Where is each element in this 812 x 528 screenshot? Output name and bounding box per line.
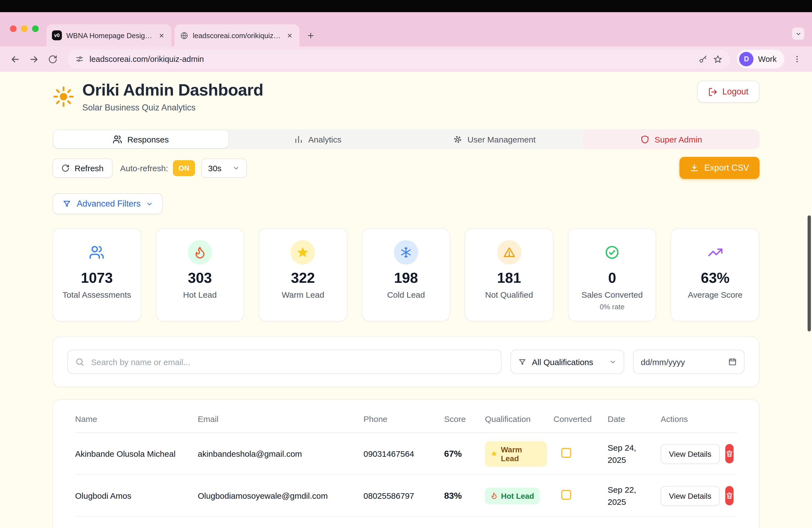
bookmark-star-icon[interactable] xyxy=(713,54,723,64)
delete-button[interactable] xyxy=(725,444,734,464)
export-csv-button[interactable]: Export CSV xyxy=(679,157,759,179)
globe-favicon-icon xyxy=(180,31,188,40)
tab-responses[interactable]: Responses xyxy=(54,130,228,148)
cell-date: Sep 22, 2025 xyxy=(608,526,650,528)
search-input[interactable] xyxy=(68,350,502,374)
table-row: Olugbodi Amos Olugbodiamosoyewale@gmdil.… xyxy=(75,475,737,517)
check-circle-icon xyxy=(600,240,624,265)
flame-icon xyxy=(491,493,498,500)
warning-icon xyxy=(497,240,521,265)
logout-button[interactable]: Logout xyxy=(697,80,759,103)
browser-window: v0 WBNA Homepage Design - v0 leadscoreai… xyxy=(0,0,812,528)
tab-super-admin[interactable]: Super Admin xyxy=(583,129,759,149)
minimize-window-button[interactable] xyxy=(21,25,28,32)
stat-card-sales-converted: 0 Sales Converted 0% rate xyxy=(568,228,656,322)
qualification-badge-warm: Warm Lead xyxy=(485,441,547,467)
stat-value: 63% xyxy=(675,269,756,287)
stat-card-total: 1073 Total Assessments xyxy=(53,228,141,322)
bar-chart-icon xyxy=(294,134,303,144)
table-header-row: Name Email Phone Score Qualification Con… xyxy=(75,414,737,433)
qualification-badge-hot: Hot Lead xyxy=(485,488,540,504)
qualification-filter-value: All Qualifications xyxy=(532,357,604,367)
delete-button[interactable] xyxy=(725,486,734,505)
password-key-icon[interactable] xyxy=(698,54,708,64)
refresh-icon xyxy=(61,164,70,172)
stat-card-warm-lead: 322 Warm Lead xyxy=(259,228,347,322)
shield-icon xyxy=(640,134,650,144)
stat-value: 322 xyxy=(262,269,343,287)
url-text[interactable]: leadscoreai.com/orikiquiz-admin xyxy=(89,55,693,63)
forward-button[interactable] xyxy=(25,51,42,68)
site-settings-icon[interactable] xyxy=(75,55,84,63)
table-row: Adebayo Samuel Olawale adebayosamuel@gma… xyxy=(75,517,737,528)
table-row: Akinbande Olusola Micheal akinbandeshola… xyxy=(75,433,737,475)
v0-favicon: v0 xyxy=(52,30,62,40)
date-filter-input[interactable]: dd/mm/yyyy xyxy=(633,350,744,374)
stat-sub-label: 0% rate xyxy=(572,303,653,311)
cell-name: Olugbodi Amos xyxy=(75,491,198,501)
filter-funnel-icon xyxy=(518,358,526,366)
tab-analytics[interactable]: Analytics xyxy=(229,129,406,149)
snowflake-icon xyxy=(394,240,418,265)
reload-button[interactable] xyxy=(44,51,61,68)
tab-label: Analytics xyxy=(308,134,342,144)
chevron-down-icon xyxy=(233,164,240,172)
browser-tab-wbna[interactable]: v0 WBNA Homepage Design - v0 xyxy=(46,24,171,46)
view-details-button[interactable]: View Details xyxy=(661,444,720,464)
zoom-window-button[interactable] xyxy=(32,25,39,32)
new-tab-button[interactable] xyxy=(303,28,318,43)
refresh-button[interactable]: Refresh xyxy=(53,158,112,178)
back-button[interactable] xyxy=(6,51,23,68)
close-window-button[interactable] xyxy=(10,25,17,32)
browser-profile-chip[interactable]: D Work xyxy=(737,50,784,69)
interval-value: 30s xyxy=(208,163,221,173)
address-bar[interactable]: leadscoreai.com/orikiquiz-admin xyxy=(68,50,730,69)
logout-icon xyxy=(708,87,717,97)
cell-score: 67% xyxy=(444,449,485,459)
macos-menubar xyxy=(0,0,812,12)
stat-card-hot-lead: 303 Hot Lead xyxy=(156,228,244,322)
tab-label: Responses xyxy=(127,134,169,144)
stat-card-not-qualified: 181 Not Qualified xyxy=(465,228,553,322)
column-header-converted: Converted xyxy=(553,414,608,424)
browser-menu-kebab-icon[interactable] xyxy=(789,51,806,68)
stat-label: Sales Converted xyxy=(572,289,653,301)
advanced-filters-button[interactable]: Advanced Filters xyxy=(53,193,163,214)
qualification-label: Hot Lead xyxy=(501,492,534,500)
flame-icon xyxy=(188,240,212,265)
star-icon xyxy=(491,450,497,458)
view-details-button[interactable]: View Details xyxy=(661,486,720,506)
converted-checkbox[interactable] xyxy=(561,448,571,458)
browser-toolbar: leadscoreai.com/orikiquiz-admin D Work xyxy=(0,46,812,72)
users-icon xyxy=(113,134,122,144)
stat-value: 198 xyxy=(365,269,446,287)
tab-close-icon[interactable] xyxy=(157,31,166,40)
search-box xyxy=(68,350,502,374)
advanced-filters-label: Advanced Filters xyxy=(77,199,141,209)
cell-phone: 08025586797 xyxy=(363,491,444,501)
logout-label: Logout xyxy=(722,87,749,97)
interval-select[interactable]: 30s xyxy=(201,158,247,178)
browser-tab-leadscoreai[interactable]: leadscoreai.com/orikiquiz-admin xyxy=(175,24,300,46)
converted-checkbox[interactable] xyxy=(561,490,571,500)
tab-close-icon[interactable] xyxy=(285,31,294,40)
tab-title: leadscoreai.com/orikiquiz-admin xyxy=(193,31,280,40)
main-tab-bar: Responses Analytics User Management Supe… xyxy=(53,129,759,149)
browser-tab-strip: v0 WBNA Homepage Design - v0 leadscoreai… xyxy=(0,12,812,46)
profile-avatar: D xyxy=(739,52,754,66)
page-content: Oriki Admin Dashboard Solar Business Qui… xyxy=(0,72,812,528)
page-scrollbar-thumb[interactable] xyxy=(808,216,811,332)
filter-funnel-icon xyxy=(62,200,71,208)
tab-user-management[interactable]: User Management xyxy=(406,129,583,149)
qualification-filter-select[interactable]: All Qualifications xyxy=(510,350,624,374)
stat-card-cold-lead: 198 Cold Lead xyxy=(362,228,450,322)
column-header-date: Date xyxy=(608,414,661,424)
download-icon xyxy=(690,163,699,172)
auto-refresh-toggle[interactable]: ON xyxy=(173,160,195,176)
profile-label: Work xyxy=(758,55,777,63)
tab-search-chevron-button[interactable] xyxy=(792,28,804,40)
star-icon xyxy=(291,240,315,265)
window-controls xyxy=(10,25,39,32)
refresh-label: Refresh xyxy=(75,163,104,173)
stat-label: Hot Lead xyxy=(159,289,240,301)
